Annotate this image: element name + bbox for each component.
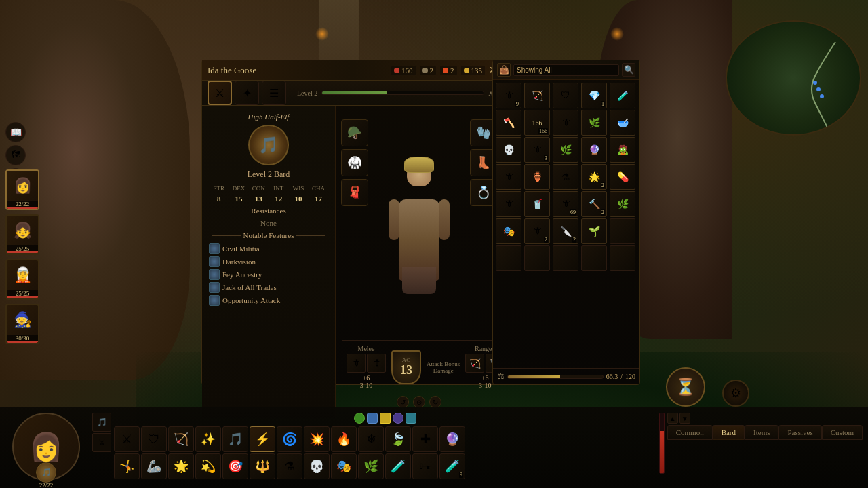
inv-slot-4[interactable]: 🧪 bbox=[610, 83, 635, 108]
btab-bard[interactable]: Bard bbox=[713, 425, 745, 440]
inv-slot-15[interactable]: 🗡 bbox=[496, 164, 521, 190]
svg-point-0 bbox=[813, 81, 817, 85]
portrait-1[interactable]: 👩 22/22 bbox=[5, 169, 39, 210]
action-btn-13[interactable]: 🔮 bbox=[439, 426, 465, 452]
action-btn-20[interactable]: ⚗ bbox=[277, 453, 302, 479]
inv-slot-19[interactable]: 💊 bbox=[610, 164, 635, 190]
inv-slot-7[interactable]: 🗡 bbox=[553, 110, 578, 136]
action-btn-10[interactable]: ❄ bbox=[358, 426, 384, 452]
action-btn-9[interactable]: 🔥 bbox=[331, 426, 357, 452]
action-btn-8[interactable]: 💥 bbox=[304, 426, 330, 452]
inv-slot-27[interactable]: 🔪2 bbox=[553, 218, 578, 244]
inv-slot-5[interactable]: 🪓 bbox=[496, 110, 521, 136]
inv-slot-20[interactable]: 🗡 bbox=[496, 191, 521, 217]
char-arm-right bbox=[439, 199, 450, 240]
weight-max: / bbox=[620, 373, 623, 380]
action-btn-4[interactable]: ✨ bbox=[195, 426, 221, 452]
inv-slot-23[interactable]: 🔨2 bbox=[581, 191, 607, 217]
inv-slot-9[interactable]: 🥣 bbox=[610, 110, 635, 136]
inv-slot-32[interactable] bbox=[553, 245, 578, 271]
inv-slot-21[interactable]: 🥤 bbox=[524, 191, 550, 217]
action-btn-26[interactable]: 🧪 9 bbox=[439, 453, 465, 479]
action-btn-21[interactable]: 💀 bbox=[304, 453, 330, 479]
action-row-1: ⚔ 🛡 🏹 ✨ 🎵 ⚡ 🌀 💥 🔥 ❄ 🍃 ✚ 🔮 bbox=[114, 426, 656, 452]
map-icon[interactable]: 🗺 bbox=[5, 145, 26, 165]
action-btn-24[interactable]: 🧪 bbox=[385, 453, 411, 479]
inv-slot-26[interactable]: 🗡2 bbox=[524, 218, 550, 244]
feature-icon-2 bbox=[209, 256, 220, 267]
tab-character[interactable]: ⚔ bbox=[208, 81, 232, 105]
hotbar-portrait[interactable]: 👩 🎵 bbox=[12, 413, 80, 481]
action-btn-11[interactable]: 🍃 bbox=[385, 426, 411, 452]
scroll-up-btn[interactable]: ▲ bbox=[667, 413, 678, 424]
window-title: Ida the Goose bbox=[208, 65, 256, 76]
tab-spells[interactable]: ✦ bbox=[235, 81, 259, 105]
hotbar-mini-2[interactable]: ⚔ bbox=[92, 433, 111, 452]
equip-slot-head[interactable]: 🪖 bbox=[341, 119, 368, 146]
melee-weapon-slot[interactable]: 🗡 bbox=[347, 354, 366, 373]
inv-slot-31[interactable] bbox=[524, 245, 550, 271]
action-btn-25[interactable]: 🗝 bbox=[412, 453, 438, 479]
feature-2: Darkvision bbox=[209, 256, 328, 267]
portrait-4[interactable]: 🧙 30/30 bbox=[5, 304, 39, 344]
portrait-2[interactable]: 👧 25/25 bbox=[5, 214, 39, 255]
inv-slot-14[interactable]: 🧟 bbox=[610, 137, 635, 163]
inv-slot-13[interactable]: 🔮 bbox=[581, 137, 607, 163]
melee-offhand-slot[interactable]: 🗡 bbox=[367, 354, 386, 373]
inv-slot-8[interactable]: 🌿 bbox=[581, 110, 607, 136]
inv-slot-30[interactable] bbox=[496, 245, 521, 271]
inv-slot-11[interactable]: 🗡3 bbox=[524, 137, 550, 163]
action-btn-7[interactable]: 🌀 bbox=[277, 426, 302, 452]
inv-slot-24[interactable]: 🌿 bbox=[610, 191, 635, 217]
action-btn-1[interactable]: ⚔ bbox=[114, 426, 140, 452]
inv-slot-17[interactable]: ⚗ bbox=[553, 164, 578, 190]
inventory-search[interactable] bbox=[513, 64, 619, 76]
inv-slot-22[interactable]: 🗡69 bbox=[553, 191, 578, 217]
action-btn-2[interactable]: 🛡 bbox=[141, 426, 167, 452]
action-btn-22[interactable]: 🎭 bbox=[331, 453, 357, 479]
scroll-down-btn[interactable]: ▼ bbox=[679, 413, 690, 424]
inventory-filter-btn[interactable]: 🔍 bbox=[622, 63, 635, 77]
inv-slot-2[interactable]: 🛡 bbox=[553, 83, 578, 108]
inv-slot-29[interactable] bbox=[610, 218, 635, 244]
inv-slot-25[interactable]: 🎭 bbox=[496, 218, 521, 244]
inv-slot-12[interactable]: 🌿 bbox=[553, 137, 578, 163]
inv-slot-10[interactable]: 💀 bbox=[496, 137, 521, 163]
btab-custom[interactable]: Custom bbox=[822, 425, 863, 440]
btab-passives[interactable]: Passives bbox=[778, 425, 821, 440]
hotbar-mini-1[interactable]: 🎵 bbox=[92, 413, 111, 432]
action-btn-19[interactable]: 🔱 bbox=[250, 453, 275, 479]
inv-slot-3[interactable]: 💎1 bbox=[581, 83, 607, 108]
inv-slot-6[interactable]: 166166 bbox=[524, 110, 550, 136]
action-btn-18[interactable]: 🎯 bbox=[222, 453, 248, 479]
equip-slot-armor[interactable]: 🥋 bbox=[341, 149, 368, 176]
portrait-3[interactable]: 🧝 25/25 bbox=[5, 259, 39, 300]
journal-icon[interactable]: 📖 bbox=[5, 122, 26, 142]
ranged-weapon-slot[interactable]: 🏹 bbox=[465, 354, 484, 373]
action-btn-15[interactable]: 🦾 bbox=[141, 453, 167, 479]
inv-slot-0[interactable]: 🗡9 bbox=[496, 83, 521, 108]
inv-slot-33[interactable] bbox=[581, 245, 607, 271]
inv-slot-18[interactable]: 🌟2 bbox=[581, 164, 607, 190]
action-btn-6[interactable]: ⚡ bbox=[250, 426, 275, 452]
inv-slot-16[interactable]: 🏺 bbox=[524, 164, 550, 190]
char-level: Level 2 Bard bbox=[209, 169, 328, 180]
action-btn-12[interactable]: ✚ bbox=[412, 426, 438, 452]
inv-slot-28[interactable]: 🌱 bbox=[581, 218, 607, 244]
btab-items[interactable]: Items bbox=[745, 425, 778, 440]
action-btn-23[interactable]: 🌿 bbox=[358, 453, 384, 479]
inv-slot-34[interactable] bbox=[610, 245, 635, 271]
action-btn-14[interactable]: 🤸 bbox=[114, 453, 140, 479]
tab-abilities[interactable]: ☰ bbox=[262, 81, 286, 105]
char-helmet bbox=[404, 157, 434, 173]
torch-glow-left bbox=[315, 27, 329, 41]
hourglass-button[interactable]: ⏳ bbox=[666, 367, 705, 407]
action-btn-3[interactable]: 🏹 bbox=[168, 426, 194, 452]
action-btn-5[interactable]: 🎵 bbox=[222, 426, 248, 452]
action-btn-17[interactable]: 💫 bbox=[195, 453, 221, 479]
settings-button[interactable]: ⚙ bbox=[722, 380, 749, 407]
inv-slot-1[interactable]: 🏹 bbox=[524, 83, 550, 108]
equip-slot-cloak[interactable]: 🧣 bbox=[341, 179, 368, 206]
action-btn-16[interactable]: 🌟 bbox=[168, 453, 194, 479]
btab-common[interactable]: Common bbox=[667, 425, 713, 440]
